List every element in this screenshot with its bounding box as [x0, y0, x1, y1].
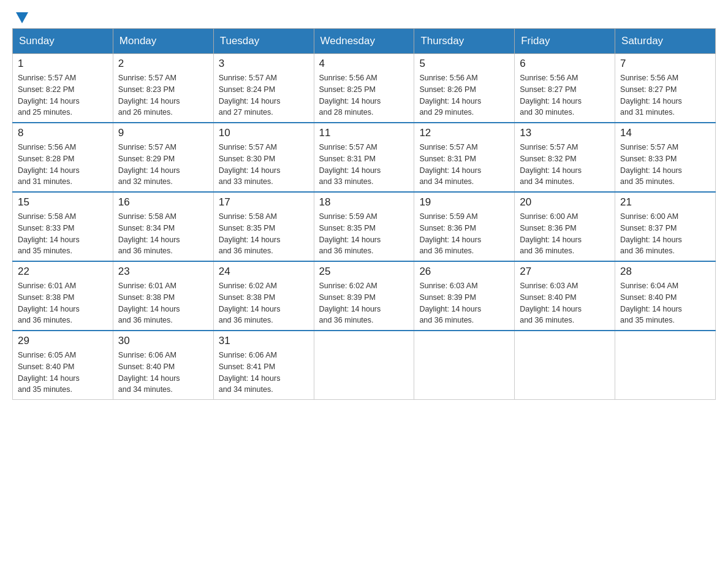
- day-info: Sunrise: 5:59 AM Sunset: 8:35 PM Dayligh…: [319, 211, 409, 257]
- day-info: Sunrise: 5:56 AM Sunset: 8:28 PM Dayligh…: [18, 142, 108, 188]
- day-info: Sunrise: 5:59 AM Sunset: 8:36 PM Dayligh…: [419, 211, 509, 257]
- day-info: Sunrise: 5:58 AM Sunset: 8:34 PM Dayligh…: [118, 211, 208, 257]
- calendar-cell: 24 Sunrise: 6:02 AM Sunset: 8:38 PM Dayl…: [213, 261, 314, 331]
- calendar-table: SundayMondayTuesdayWednesdayThursdayFrid…: [12, 28, 716, 400]
- day-number: 6: [520, 58, 610, 70]
- calendar-cell: 28 Sunrise: 6:04 AM Sunset: 8:40 PM Dayl…: [615, 261, 716, 331]
- day-number: 12: [419, 127, 509, 139]
- day-info: Sunrise: 5:58 AM Sunset: 8:35 PM Dayligh…: [219, 211, 309, 257]
- day-info: Sunrise: 6:06 AM Sunset: 8:40 PM Dayligh…: [118, 350, 208, 396]
- day-info: Sunrise: 6:03 AM Sunset: 8:39 PM Dayligh…: [419, 280, 509, 326]
- day-number: 19: [419, 196, 509, 209]
- day-info: Sunrise: 6:04 AM Sunset: 8:40 PM Dayligh…: [620, 280, 710, 326]
- week-row-4: 22 Sunrise: 6:01 AM Sunset: 8:38 PM Dayl…: [13, 261, 716, 331]
- day-number: 26: [419, 266, 509, 278]
- calendar-cell: 15 Sunrise: 5:58 AM Sunset: 8:33 PM Dayl…: [13, 192, 113, 261]
- day-info: Sunrise: 5:57 AM Sunset: 8:33 PM Dayligh…: [620, 142, 710, 188]
- calendar-cell: 19 Sunrise: 5:59 AM Sunset: 8:36 PM Dayl…: [414, 192, 515, 261]
- calendar-cell: [515, 331, 615, 400]
- day-info: Sunrise: 5:57 AM Sunset: 8:31 PM Dayligh…: [319, 142, 409, 188]
- day-number: 9: [118, 127, 208, 139]
- calendar-cell: 25 Sunrise: 6:02 AM Sunset: 8:39 PM Dayl…: [314, 261, 414, 331]
- weekday-header-tuesday: Tuesday: [213, 29, 314, 54]
- calendar-cell: 3 Sunrise: 5:57 AM Sunset: 8:24 PM Dayli…: [213, 54, 314, 123]
- week-row-5: 29 Sunrise: 6:05 AM Sunset: 8:40 PM Dayl…: [13, 331, 716, 400]
- calendar-cell: 22 Sunrise: 6:01 AM Sunset: 8:38 PM Dayl…: [13, 261, 113, 331]
- day-number: 24: [219, 266, 309, 278]
- calendar-cell: 4 Sunrise: 5:56 AM Sunset: 8:25 PM Dayli…: [314, 54, 414, 123]
- day-number: 22: [18, 266, 108, 278]
- day-info: Sunrise: 6:03 AM Sunset: 8:40 PM Dayligh…: [520, 280, 610, 326]
- calendar-cell: 18 Sunrise: 5:59 AM Sunset: 8:35 PM Dayl…: [314, 192, 414, 261]
- day-info: Sunrise: 5:56 AM Sunset: 8:25 PM Dayligh…: [319, 72, 409, 118]
- calendar-cell: 30 Sunrise: 6:06 AM Sunset: 8:40 PM Dayl…: [113, 331, 213, 400]
- week-row-2: 8 Sunrise: 5:56 AM Sunset: 8:28 PM Dayli…: [13, 123, 716, 192]
- day-info: Sunrise: 5:56 AM Sunset: 8:27 PM Dayligh…: [620, 72, 710, 118]
- day-info: Sunrise: 6:00 AM Sunset: 8:36 PM Dayligh…: [520, 211, 610, 257]
- day-number: 30: [118, 335, 208, 347]
- weekday-header-friday: Friday: [515, 29, 615, 54]
- day-number: 3: [219, 58, 309, 70]
- weekday-header-saturday: Saturday: [615, 29, 716, 54]
- calendar-cell: 13 Sunrise: 5:57 AM Sunset: 8:32 PM Dayl…: [515, 123, 615, 192]
- calendar-cell: 1 Sunrise: 5:57 AM Sunset: 8:22 PM Dayli…: [13, 54, 113, 123]
- calendar-cell: 26 Sunrise: 6:03 AM Sunset: 8:39 PM Dayl…: [414, 261, 515, 331]
- calendar-cell: 29 Sunrise: 6:05 AM Sunset: 8:40 PM Dayl…: [13, 331, 113, 400]
- day-number: 20: [520, 196, 610, 209]
- day-number: 29: [18, 335, 108, 347]
- day-info: Sunrise: 6:01 AM Sunset: 8:38 PM Dayligh…: [118, 280, 208, 326]
- logo-triangle-icon: [13, 10, 31, 27]
- weekday-header-monday: Monday: [113, 29, 213, 54]
- calendar-cell: 14 Sunrise: 5:57 AM Sunset: 8:33 PM Dayl…: [615, 123, 716, 192]
- calendar-cell: 2 Sunrise: 5:57 AM Sunset: 8:23 PM Dayli…: [113, 54, 213, 123]
- day-info: Sunrise: 6:01 AM Sunset: 8:38 PM Dayligh…: [18, 280, 108, 326]
- day-number: 17: [219, 196, 309, 209]
- day-number: 27: [520, 266, 610, 278]
- day-info: Sunrise: 6:02 AM Sunset: 8:39 PM Dayligh…: [319, 280, 409, 326]
- day-number: 13: [520, 127, 610, 139]
- day-number: 15: [18, 196, 108, 209]
- day-number: 28: [620, 266, 710, 278]
- day-number: 5: [419, 58, 509, 70]
- calendar-cell: 5 Sunrise: 5:56 AM Sunset: 8:26 PM Dayli…: [414, 54, 515, 123]
- calendar-cell: 12 Sunrise: 5:57 AM Sunset: 8:31 PM Dayl…: [414, 123, 515, 192]
- day-number: 25: [319, 266, 409, 278]
- weekday-header-thursday: Thursday: [414, 29, 515, 54]
- day-number: 4: [319, 58, 409, 70]
- calendar-cell: 17 Sunrise: 5:58 AM Sunset: 8:35 PM Dayl…: [213, 192, 314, 261]
- day-number: 21: [620, 196, 710, 209]
- calendar-cell: [314, 331, 414, 400]
- day-info: Sunrise: 6:06 AM Sunset: 8:41 PM Dayligh…: [219, 350, 309, 396]
- weekday-header-sunday: Sunday: [13, 29, 113, 54]
- week-row-3: 15 Sunrise: 5:58 AM Sunset: 8:33 PM Dayl…: [13, 192, 716, 261]
- day-info: Sunrise: 5:57 AM Sunset: 8:24 PM Dayligh…: [219, 72, 309, 118]
- day-info: Sunrise: 5:58 AM Sunset: 8:33 PM Dayligh…: [18, 211, 108, 257]
- calendar-cell: 11 Sunrise: 5:57 AM Sunset: 8:31 PM Dayl…: [314, 123, 414, 192]
- day-info: Sunrise: 6:00 AM Sunset: 8:37 PM Dayligh…: [620, 211, 710, 257]
- calendar-cell: 8 Sunrise: 5:56 AM Sunset: 8:28 PM Dayli…: [13, 123, 113, 192]
- calendar-cell: 27 Sunrise: 6:03 AM Sunset: 8:40 PM Dayl…: [515, 261, 615, 331]
- week-row-1: 1 Sunrise: 5:57 AM Sunset: 8:22 PM Dayli…: [13, 54, 716, 123]
- day-info: Sunrise: 5:57 AM Sunset: 8:31 PM Dayligh…: [419, 142, 509, 188]
- calendar-cell: 20 Sunrise: 6:00 AM Sunset: 8:36 PM Dayl…: [515, 192, 615, 261]
- day-number: 23: [118, 266, 208, 278]
- day-number: 10: [219, 127, 309, 139]
- day-number: 8: [18, 127, 108, 139]
- day-number: 7: [620, 58, 710, 70]
- day-info: Sunrise: 5:57 AM Sunset: 8:22 PM Dayligh…: [18, 72, 108, 118]
- logo: [12, 12, 31, 22]
- weekday-header-wednesday: Wednesday: [314, 29, 414, 54]
- svg-marker-0: [16, 12, 28, 23]
- day-info: Sunrise: 5:56 AM Sunset: 8:27 PM Dayligh…: [520, 72, 610, 118]
- calendar-cell: 6 Sunrise: 5:56 AM Sunset: 8:27 PM Dayli…: [515, 54, 615, 123]
- calendar-cell: 7 Sunrise: 5:56 AM Sunset: 8:27 PM Dayli…: [615, 54, 716, 123]
- calendar-cell: 10 Sunrise: 5:57 AM Sunset: 8:30 PM Dayl…: [213, 123, 314, 192]
- page-header: [12, 12, 716, 22]
- calendar-cell: 31 Sunrise: 6:06 AM Sunset: 8:41 PM Dayl…: [213, 331, 314, 400]
- day-number: 1: [18, 58, 108, 70]
- day-info: Sunrise: 6:02 AM Sunset: 8:38 PM Dayligh…: [219, 280, 309, 326]
- day-number: 11: [319, 127, 409, 139]
- day-number: 16: [118, 196, 208, 209]
- day-number: 31: [219, 335, 309, 347]
- day-number: 18: [319, 196, 409, 209]
